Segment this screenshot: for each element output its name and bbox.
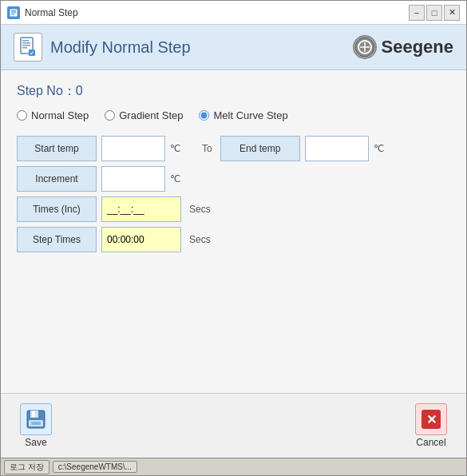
cancel-icon: ✕ bbox=[415, 403, 447, 435]
step-times-secs: Secs bbox=[189, 234, 211, 245]
dialog-title: Modify Normal Step bbox=[50, 38, 191, 57]
svg-rect-19 bbox=[31, 422, 41, 425]
gradient-step-radio[interactable]: Gradient Step bbox=[105, 109, 183, 121]
save-icon bbox=[20, 403, 52, 435]
increment-row: Increment ℃ bbox=[17, 166, 450, 192]
temp-row: Start temp ℃ To End temp ℃ bbox=[17, 136, 450, 161]
step-times-label: Step Times bbox=[17, 227, 97, 252]
header-left: ✓ Modify Normal Step bbox=[14, 33, 191, 61]
svg-rect-1 bbox=[11, 10, 16, 12]
times-inc-input[interactable] bbox=[101, 196, 181, 222]
save-button[interactable]: Save bbox=[14, 400, 58, 451]
start-temp-input[interactable] bbox=[101, 136, 165, 161]
taskbar-item-1[interactable]: 로그 저장 bbox=[4, 460, 49, 474]
melt-curve-step-radio[interactable]: Melt Curve Step bbox=[199, 109, 287, 121]
maximize-button[interactable]: □ bbox=[426, 5, 442, 21]
step-times-input[interactable] bbox=[101, 227, 181, 252]
form-fields: Start temp ℃ To End temp ℃ Increment ℃ T… bbox=[17, 136, 450, 252]
melt-curve-step-label: Melt Curve Step bbox=[213, 109, 287, 121]
svg-rect-5 bbox=[22, 40, 29, 42]
increment-label: Increment bbox=[17, 166, 97, 192]
step-times-row: Step Times Secs bbox=[17, 227, 450, 252]
end-temp-unit: ℃ bbox=[374, 143, 398, 154]
to-separator: To bbox=[202, 143, 212, 154]
title-bar-icon bbox=[7, 6, 20, 19]
dialog-content: Step No：0 Normal Step Gradient Step Melt… bbox=[1, 70, 466, 393]
svg-rect-7 bbox=[22, 45, 30, 46]
melt-curve-step-input[interactable] bbox=[199, 110, 209, 121]
header-bar: ✓ Modify Normal Step Seegene bbox=[1, 25, 466, 70]
svg-rect-17 bbox=[32, 411, 35, 417]
normal-step-input[interactable] bbox=[17, 110, 27, 121]
normal-step-radio[interactable]: Normal Step bbox=[17, 109, 89, 121]
times-inc-row: Times (Inc) Secs bbox=[17, 196, 450, 222]
svg-rect-2 bbox=[11, 12, 16, 13]
normal-step-label: Normal Step bbox=[31, 109, 89, 121]
window-title: Normal Step bbox=[25, 7, 409, 18]
start-temp-label: Start temp bbox=[17, 136, 97, 161]
svg-rect-8 bbox=[22, 47, 27, 49]
increment-unit: ℃ bbox=[170, 173, 194, 184]
brand-name: Seegene bbox=[382, 37, 454, 58]
svg-rect-6 bbox=[22, 42, 30, 44]
close-button[interactable]: ✕ bbox=[444, 5, 460, 21]
main-window: Normal Step − □ ✕ ✓ Modify Normal Step bbox=[0, 0, 467, 476]
save-label: Save bbox=[25, 437, 46, 448]
title-bar: Normal Step − □ ✕ bbox=[1, 1, 466, 25]
svg-rect-3 bbox=[11, 14, 14, 14]
gradient-step-input[interactable] bbox=[105, 110, 115, 121]
svg-text:✓: ✓ bbox=[30, 50, 34, 56]
brand-logo: Seegene bbox=[353, 35, 454, 59]
x-symbol: ✕ bbox=[421, 410, 441, 429]
times-inc-label: Times (Inc) bbox=[17, 196, 97, 222]
seegene-circle-icon bbox=[353, 35, 377, 59]
cancel-button[interactable]: ✕ Cancel bbox=[409, 400, 453, 451]
dialog-footer: Save ✕ Cancel bbox=[1, 393, 466, 458]
taskbar: 로그 저장 c:\SeegeneWTMS\... bbox=[1, 458, 466, 475]
end-temp-input[interactable] bbox=[305, 136, 369, 161]
end-temp-label: End temp bbox=[220, 136, 300, 161]
cancel-label: Cancel bbox=[416, 437, 445, 448]
step-number: Step No：0 bbox=[17, 83, 450, 100]
minimize-button[interactable]: − bbox=[409, 5, 425, 21]
start-temp-unit: ℃ bbox=[170, 143, 194, 154]
gradient-step-label: Gradient Step bbox=[119, 109, 183, 121]
window-controls: − □ ✕ bbox=[409, 5, 460, 21]
step-type-group: Normal Step Gradient Step Melt Curve Ste… bbox=[17, 109, 450, 121]
increment-input[interactable] bbox=[101, 166, 165, 192]
header-doc-icon: ✓ bbox=[14, 33, 42, 61]
times-inc-secs: Secs bbox=[189, 204, 211, 215]
taskbar-item-2[interactable]: c:\SeegeneWTMS\... bbox=[53, 461, 137, 473]
